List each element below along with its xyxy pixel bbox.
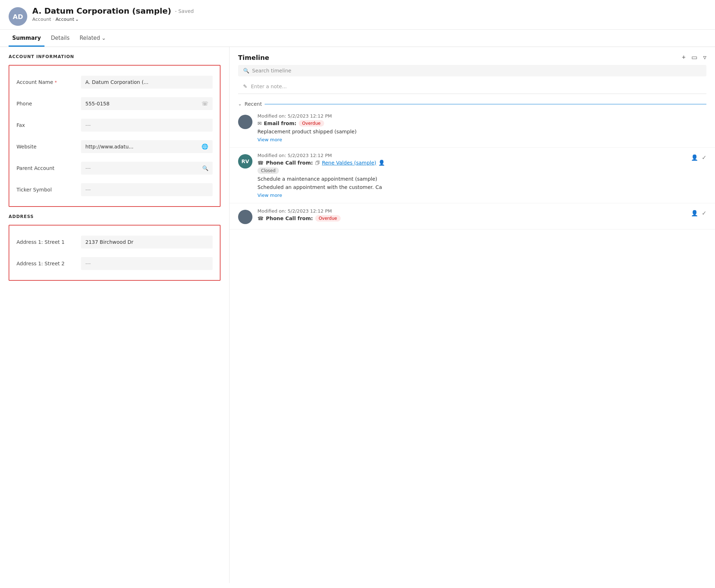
item1-view-more[interactable]: View more [257, 137, 706, 142]
recent-chevron-icon[interactable]: ⌄ [238, 101, 242, 106]
page-title: A. Datum Corporation (sample) [32, 6, 171, 15]
field-account-name: Account Name * A. Datum Corporation (... [16, 71, 213, 93]
left-panel: ACCOUNT INFORMATION Account Name * A. Da… [0, 47, 229, 583]
tab-summary[interactable]: Summary [9, 30, 44, 47]
item3-check-button[interactable]: ✓ [702, 210, 706, 217]
timeline-item-2: RV Modified on: 5/2/2023 12:12 PM ☎ Phon… [229, 148, 715, 203]
phone-icon: ☏ [202, 100, 208, 107]
timeline-title: Timeline [238, 54, 269, 61]
search-icon: 🔍 [243, 68, 249, 74]
address-section: ADDRESS Address 1: Street 1 2137 Birchwo… [9, 214, 221, 281]
item3-content: Modified on: 5/2/2023 12:12 PM ☎ Phone C… [257, 208, 686, 224]
related-chevron-icon: ⌄ [101, 35, 106, 41]
field-street2: Address 1: Street 2 --- [16, 253, 213, 274]
field-ticker-symbol: Ticker Symbol --- [16, 179, 213, 200]
street1-value[interactable]: 2137 Birchwood Dr [81, 236, 213, 248]
field-input-ticker-symbol[interactable]: --- [81, 183, 213, 196]
account-info-form: Account Name * A. Datum Corporation (...… [9, 65, 221, 207]
ticker-symbol-value[interactable]: --- [81, 183, 213, 196]
field-street1: Address 1: Street 1 2137 Birchwood Dr [16, 231, 213, 253]
field-label-fax: Fax [16, 122, 81, 128]
item1-description: Replacement product shipped (sample) [257, 128, 706, 136]
note-input[interactable]: ✎ Enter a note... [238, 81, 706, 94]
account-name-value[interactable]: A. Datum Corporation (... [81, 76, 213, 89]
item2-badge: Closed [257, 167, 279, 174]
item3-assign-button[interactable]: 👤 [691, 210, 698, 217]
note-placeholder: Enter a note... [251, 84, 287, 89]
item1-type-label: Email from: [264, 120, 297, 126]
timeline-filter-button[interactable]: ▿ [703, 53, 706, 61]
recent-header: ⌄ Recent [229, 100, 715, 108]
pencil-icon: ✎ [243, 84, 247, 89]
field-input-street1[interactable]: 2137 Birchwood Dr [81, 236, 213, 248]
fax-value[interactable]: --- [81, 119, 213, 132]
item1-badge: Overdue [299, 120, 324, 127]
item3-type-label: Phone Call from: [266, 215, 313, 221]
timeline-panel: Timeline + ▭ ▿ 🔍 Search timeline ✎ Enter… [229, 47, 715, 583]
item1-type: ✉ Email from: Overdue [257, 120, 706, 127]
field-label-ticker-symbol: Ticker Symbol [16, 187, 81, 193]
item2-type: ☎ Phone Call from: 🗍 Rene Valdes (sample… [257, 160, 686, 166]
timeline-search[interactable]: 🔍 Search timeline [238, 65, 706, 76]
item3-avatar [238, 210, 252, 224]
item1-content: Modified on: 5/2/2023 12:12 PM ✉ Email f… [257, 113, 706, 142]
field-label-street1: Address 1: Street 1 [16, 239, 81, 245]
item2-user-icon: 👤 [378, 160, 385, 166]
globe-icon: 🌐 [202, 143, 208, 150]
item2-description-2: Scheduled an appointment with the custom… [257, 184, 686, 191]
tab-related[interactable]: Related ⌄ [76, 30, 110, 47]
timeline-add-button[interactable]: + [682, 54, 686, 61]
search-lookup-icon: 🔍 [202, 165, 208, 171]
avatar: AD [9, 7, 27, 26]
website-value[interactable]: http://www.adatu... 🌐 [81, 140, 213, 153]
field-input-fax[interactable]: --- [81, 119, 213, 132]
field-input-account-name[interactable]: A. Datum Corporation (... [81, 76, 213, 89]
item1-avatar [238, 115, 252, 129]
item2-type-label: Phone Call from: [266, 160, 313, 166]
phone-value[interactable]: 555-0158 ☏ [81, 97, 213, 110]
item3-date: Modified on: 5/2/2023 12:12 PM [257, 208, 686, 214]
header-title: A. Datum Corporation (sample) - Saved [32, 6, 194, 15]
item3-badge: Overdue [315, 215, 341, 222]
field-input-phone[interactable]: 555-0158 ☏ [81, 97, 213, 110]
item2-view-more[interactable]: View more [257, 193, 686, 198]
item2-avatar: RV [238, 154, 252, 169]
field-input-parent-account[interactable]: --- 🔍 [81, 162, 213, 175]
item2-check-button[interactable]: ✓ [702, 154, 706, 161]
breadcrumb-sep: · [53, 16, 54, 22]
phone-call2-icon: ☎ [257, 215, 264, 221]
account-info-title: ACCOUNT INFORMATION [9, 54, 221, 59]
main-content: ACCOUNT INFORMATION Account Name * A. Da… [0, 47, 715, 583]
saved-status: - Saved [175, 8, 194, 14]
field-fax: Fax --- [16, 114, 213, 136]
phone-call-icon: ☎ [257, 160, 264, 166]
field-label-street2: Address 1: Street 2 [16, 261, 81, 266]
address-form: Address 1: Street 1 2137 Birchwood Dr Ad… [9, 225, 221, 281]
breadcrumb-chevron-icon: ⌄ [75, 16, 79, 22]
parent-account-value[interactable]: --- 🔍 [81, 162, 213, 175]
item3-actions: 👤 ✓ [691, 208, 706, 224]
breadcrumb: Account · Account ⌄ [32, 16, 194, 22]
breadcrumb-account[interactable]: Account [32, 16, 51, 22]
breadcrumb-account-dropdown[interactable]: Account ⌄ [56, 16, 79, 22]
search-placeholder: Search timeline [252, 68, 291, 74]
item2-person-icon: 🗍 [315, 160, 320, 166]
item2-linked-name[interactable]: Rene Valdes (sample) [322, 160, 377, 166]
field-website: Website http://www.adatu... 🌐 [16, 136, 213, 157]
field-label-account-name: Account Name * [16, 79, 81, 85]
timeline-bookmark-button[interactable]: ▭ [691, 53, 697, 61]
timeline-actions: + ▭ ▿ [682, 53, 706, 61]
email-icon: ✉ [257, 120, 262, 126]
timeline-item-3: Modified on: 5/2/2023 12:12 PM ☎ Phone C… [229, 203, 715, 229]
item2-assign-button[interactable]: 👤 [691, 154, 698, 161]
street2-value[interactable]: --- [81, 257, 213, 270]
header-info: A. Datum Corporation (sample) - Saved Ac… [32, 6, 194, 22]
item2-actions: 👤 ✓ [691, 153, 706, 198]
field-input-website[interactable]: http://www.adatu... 🌐 [81, 140, 213, 153]
field-input-street2[interactable]: --- [81, 257, 213, 270]
tab-details[interactable]: Details [47, 30, 73, 47]
address-title: ADDRESS [9, 214, 221, 219]
item1-date: Modified on: 5/2/2023 12:12 PM [257, 113, 706, 119]
recent-divider [265, 104, 706, 104]
page-header: AD A. Datum Corporation (sample) - Saved… [0, 0, 715, 30]
